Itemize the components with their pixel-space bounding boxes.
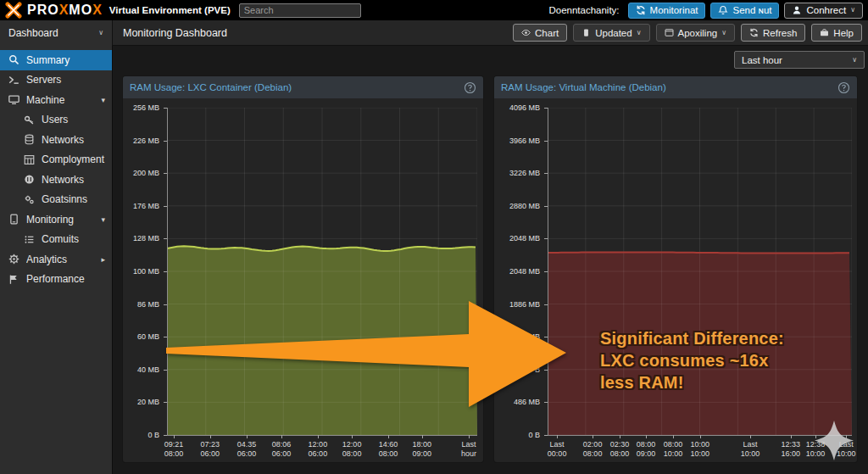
y-axis-line [167,108,168,435]
y-tick-label: 3966 MB [494,137,540,146]
y-tick-mark [164,238,167,239]
x-tick-mark [815,435,816,438]
eye-icon [521,28,531,37]
sidebar-items: SummaryServersMachine▾UsersNetworksCompl… [0,50,112,289]
sidebar-item-networks[interactable]: Networks [0,130,112,150]
account-label: Doenntachanity: [548,5,619,15]
user-icon [792,5,802,15]
page-title: Monitoring Dashboard [123,27,227,39]
updated-button[interactable]: Updated ∨ [573,24,649,42]
x-tick-mark [281,435,282,438]
x-tick-label: Last00:00 [538,440,576,459]
y-tick-label: 100 MB [123,267,159,276]
x-tick-line-1: 09:21 [155,440,192,449]
y-tick-label: 486 MB [494,398,540,407]
chevron-down-icon: ▾ [101,215,105,224]
sidebar-item-analytics[interactable]: Analytics▸ [0,249,112,270]
box-icon [581,28,591,37]
x-tick-mark [352,435,353,438]
send-button[interactable]: Send ɴut [710,3,779,19]
y-axis-line [548,108,548,435]
sidebar-item-label: Machine [26,94,94,106]
lxc-ram-panel: RAM Usage: LXC Container (Debian) 256 MB… [123,76,483,462]
y-tick-mark [544,402,548,403]
y-tick-label: 200 MB [123,169,159,178]
x-tick-mark [210,435,211,438]
x-tick-line-1: 04.35 [228,440,265,449]
y-tick-label: 0 B [123,431,159,440]
y-tick-mark [544,304,548,305]
y-tick-mark [544,271,548,272]
y-tick-label: 3226 MB [494,169,540,178]
connect-button[interactable]: Conhrect ∨ [784,3,863,19]
bell-icon [718,5,728,15]
table-icon [24,154,35,165]
panel-title: RAM Usage: Virtual Machine (Debian) [501,82,666,92]
sidebar-item-goatsinns[interactable]: Goatsinns [0,190,112,210]
x-tick-mark [247,435,248,438]
chevron-down-icon: ▾ [101,96,105,104]
sidebar-item-machine[interactable]: Machine▾ [0,90,112,110]
sidebar-item-monitoring[interactable]: Monitoring▾ [0,209,112,230]
time-range-select[interactable]: Last hour ∨ [734,51,865,69]
brand-letter: X [59,3,70,17]
sidebar-item-comployment[interactable]: Comployment [0,150,112,170]
sidebar-item-label: Monitoring [26,214,94,226]
search-input[interactable] [239,3,361,18]
help-button-label: Help [833,28,854,38]
sidebar-item-comuits[interactable]: Comuits [0,230,112,250]
sidebar-item-users[interactable]: Users [0,110,112,131]
x-tick-mark [673,435,674,438]
send-button-label: Send ɴut [732,5,771,15]
sidebar-item-label: Performance [26,273,105,285]
x-tick-line-2: 08:00 [333,449,370,459]
sidebar-item-label: Comployment [42,153,105,165]
refresh-button-label: Refresh [763,28,797,38]
help-button[interactable]: Help [811,24,862,42]
y-tick-mark [164,402,167,403]
y-tick-label: 4096 MB [494,103,540,113]
y-tick-mark [544,435,548,436]
sidebar-item-servers[interactable]: Servers [0,70,112,91]
y-tick-label: 40 MB [123,365,159,375]
y-tick-mark [164,173,167,174]
panel-menu-icon[interactable] [837,81,850,94]
sidebar-item-summary[interactable]: Summary [0,50,112,70]
chip-icon [24,174,35,185]
y-tick-label: 1886 MB [494,300,540,309]
y-tick-mark [544,370,548,371]
y-tick-mark [164,337,167,337]
sidebar-item-performance[interactable]: Performance [0,270,112,290]
x-tick-mark [750,435,751,438]
chevron-down-icon: ∨ [98,30,103,36]
sidebar-item-label: Users [42,114,105,125]
x-tick-line-2: 06:00 [299,449,337,459]
x-tick-label: 09:2108:00 [155,440,192,459]
document-icon [8,214,19,225]
dashboard-select[interactable]: Dashboard ∨ [0,20,113,46]
x-tick-line-2: 06:00 [192,449,229,459]
chevron-down-icon: ∨ [721,30,726,36]
chart-button[interactable]: Chart [513,24,567,42]
sidebar-item-label: Networks [42,134,105,146]
refresh-icon [749,28,759,37]
x-tick-line-2: 06:00 [228,449,265,459]
refresh-icon [636,5,646,15]
y-tick-label: 60 MB [123,332,159,342]
top-header-bar: PROXMOX Virtual Environment (PVE) Doennt… [0,0,868,20]
monitor-button[interactable]: Monitorinat [628,3,706,19]
brand-letter: O [81,3,92,17]
refresh-button[interactable]: Refresh [741,24,805,42]
x-tick-mark [388,435,389,438]
apoxiling-button[interactable]: Apoxiling ∨ [656,24,736,42]
panel-menu-icon[interactable] [464,81,476,94]
x-tick-line-2: hour [450,449,483,459]
sidebar-item-label: Comuits [42,233,105,245]
sidebar-item-networks[interactable]: Networks [0,170,112,190]
x-tick-mark [646,435,647,438]
x-tick-line-1: 18:00 [403,440,441,449]
y-tick-mark [544,337,548,337]
x-tick-line-2: 10:00 [732,449,769,459]
gear-icon [8,254,19,265]
x-tick-label: 18:0009:00 [403,440,441,459]
